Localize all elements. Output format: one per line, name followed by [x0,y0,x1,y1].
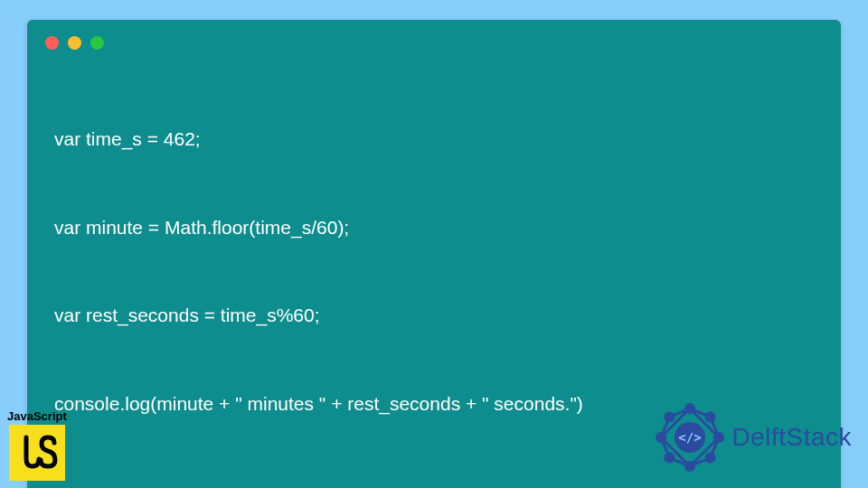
maximize-dot-icon [90,36,104,50]
delftstack-emblem-icon: </> [654,401,726,474]
code-line: var minute = Math.floor(time_s/60); [54,213,823,243]
code-line: var time_s = 462; [54,125,823,155]
javascript-label: JavaScript [7,409,67,423]
javascript-logo-icon [9,425,65,481]
delftstack-badge: </> DelftStack [654,401,852,474]
delftstack-text: DelftStack [731,423,852,452]
code-line: var rest_seconds = time_s%60; [54,301,823,331]
javascript-badge: JavaScript [7,409,67,481]
close-dot-icon [45,36,59,50]
minimize-dot-icon [68,36,81,50]
emblem-inner-text: </> [679,430,702,445]
window-titlebar [45,36,823,50]
